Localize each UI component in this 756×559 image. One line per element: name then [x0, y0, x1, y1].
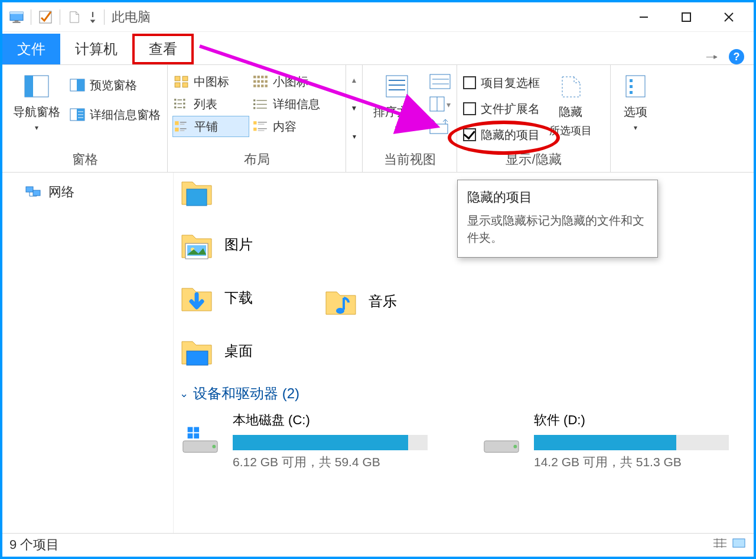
hide-selected-button[interactable]: 隐藏 所选项目	[543, 70, 598, 147]
network-icon	[25, 186, 41, 199]
layout-scroll-up-icon[interactable]: ▲	[351, 76, 358, 84]
svg-rect-34	[265, 84, 268, 87]
qat-file-icon[interactable]	[66, 11, 83, 24]
group-layout-label: 布局	[172, 147, 341, 170]
sidebar-item-network[interactable]: 网络	[5, 180, 171, 204]
svg-rect-48	[253, 107, 255, 109]
svg-rect-90	[194, 427, 199, 433]
hidden-items-toggle[interactable]: 隐藏的项目	[462, 124, 541, 145]
svg-rect-37	[174, 103, 176, 105]
folder-item-pictures[interactable]: 图片	[180, 228, 253, 261]
help-button[interactable]: ?	[729, 49, 744, 64]
svg-rect-78	[630, 91, 633, 94]
qat-dropdown-icon[interactable]	[87, 11, 98, 24]
drive-name: 本地磁盘 (C:)	[233, 411, 428, 429]
sort-by-label: 排序方式	[373, 104, 421, 120]
nav-pane-label: 导航窗格	[13, 104, 60, 120]
svg-rect-1	[10, 12, 23, 14]
svg-rect-61	[258, 130, 265, 131]
drive-icon	[481, 423, 522, 457]
details-pane-button[interactable]: 详细信息窗格	[69, 104, 162, 125]
svg-rect-40	[177, 107, 182, 108]
layout-medium-icons[interactable]: 中图标	[172, 71, 249, 92]
drive-details: 6.12 GB 可用，共 59.4 GB	[233, 454, 428, 470]
svg-rect-24	[258, 76, 260, 78]
svg-rect-11	[25, 76, 33, 97]
svg-rect-46	[253, 103, 255, 105]
title-bar: 此电脑	[2, 2, 754, 32]
folder-item-downloads[interactable]: 下载	[180, 281, 253, 314]
svg-rect-2	[15, 20, 19, 21]
add-columns-icon[interactable]: ▾	[429, 96, 451, 112]
tooltip-title: 隐藏的项目	[467, 188, 648, 206]
drive-item-c[interactable]: 本地磁盘 (C:) 6.12 GB 可用，共 59.4 GB	[180, 411, 428, 470]
svg-rect-87	[183, 441, 217, 452]
drive-item-d[interactable]: 软件 (D:) 14.2 GB 可用，共 51.3 GB	[481, 411, 729, 470]
pin-ribbon-icon[interactable]	[705, 51, 718, 62]
chevron-down-icon: ▾	[634, 124, 637, 132]
drive-name: 软件 (D:)	[534, 411, 729, 429]
svg-rect-26	[265, 76, 268, 78]
navigation-sidebar: 网络	[2, 173, 174, 533]
system-icon[interactable]	[8, 11, 25, 24]
svg-rect-43	[183, 106, 185, 108]
svg-rect-76	[630, 79, 633, 82]
maximize-button[interactable]	[665, 5, 708, 30]
layout-tiles[interactable]: 平铺	[172, 116, 249, 137]
svg-rect-36	[177, 99, 182, 100]
svg-point-88	[212, 445, 216, 448]
layout-scroll-more-icon[interactable]: ▾	[353, 132, 356, 141]
group-header-devices[interactable]: ⌄ 设备和驱动器 (2)	[180, 384, 748, 403]
svg-rect-47	[256, 104, 266, 105]
group-current-view-label: 当前视图	[367, 147, 452, 170]
chevron-down-icon: ▾	[395, 124, 399, 132]
qat-checkbox-icon[interactable]	[37, 11, 54, 24]
svg-rect-41	[183, 99, 185, 100]
close-button[interactable]	[708, 5, 750, 30]
folder-item-unnamed[interactable]	[180, 175, 253, 208]
folder-item-desktop[interactable]: 桌面	[180, 334, 253, 368]
view-large-icons-icon[interactable]	[731, 537, 747, 552]
svg-text:▾: ▾	[447, 100, 451, 109]
svg-rect-32	[258, 84, 260, 87]
svg-rect-60	[258, 128, 267, 129]
svg-rect-77	[630, 85, 633, 88]
group-panes-label: 窗格	[7, 147, 162, 170]
layout-content[interactable]: 内容	[252, 116, 334, 137]
layout-small-icons[interactable]: 小图标	[252, 71, 334, 92]
drive-usage-bar	[534, 435, 729, 450]
sidebar-item-label: 网络	[48, 183, 74, 201]
item-checkboxes-toggle[interactable]: 项目复选框	[462, 72, 541, 93]
chevron-down-icon: ⌄	[180, 387, 188, 400]
layout-scroll-down-icon[interactable]: ▼	[351, 104, 358, 112]
tab-view[interactable]: 查看	[132, 34, 194, 64]
svg-rect-13	[77, 79, 84, 91]
chevron-down-icon: ▾	[35, 124, 38, 132]
window-title: 此电脑	[112, 8, 151, 26]
layout-details[interactable]: 详细信息	[252, 93, 334, 115]
layout-list[interactable]: 列表	[172, 93, 249, 115]
svg-rect-22	[183, 83, 188, 87]
tab-file[interactable]: 文件	[2, 34, 60, 64]
details-pane-label: 详细信息窗格	[90, 107, 161, 123]
svg-point-94	[513, 445, 517, 448]
drive-details: 14.2 GB 可用，共 51.3 GB	[534, 454, 729, 470]
svg-rect-45	[256, 100, 266, 100]
preview-pane-button[interactable]: 预览窗格	[69, 74, 138, 96]
group-by-icon[interactable]	[429, 73, 451, 90]
tab-computer[interactable]: 计算机	[60, 34, 132, 64]
folder-item-music[interactable]: 音乐	[324, 285, 397, 318]
size-columns-icon[interactable]	[429, 118, 451, 135]
nav-pane-button[interactable]: 导航窗格 ▾	[7, 70, 66, 147]
view-details-icon[interactable]	[712, 537, 728, 552]
svg-rect-57	[258, 122, 267, 122]
sort-by-button[interactable]: 排序方式 ▾	[367, 70, 426, 134]
options-button[interactable]: 选项 ▾	[615, 70, 656, 150]
minimize-button[interactable]	[623, 5, 665, 30]
svg-rect-101	[733, 539, 745, 547]
svg-rect-25	[261, 76, 263, 78]
file-extensions-toggle[interactable]: 文件扩展名	[462, 98, 541, 119]
svg-rect-30	[265, 80, 268, 83]
preview-pane-label: 预览窗格	[90, 77, 137, 93]
svg-rect-3	[12, 21, 20, 22]
